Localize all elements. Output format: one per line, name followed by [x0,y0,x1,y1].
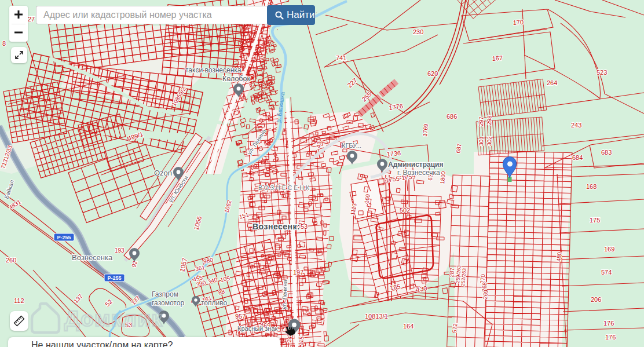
svg-text:683: 683 [601,149,612,156]
svg-text:684: 684 [572,154,583,161]
svg-text:Р-255: Р-255 [107,275,121,281]
svg-text:1769: 1769 [422,123,429,137]
svg-text:Домклик: Домклик [64,307,163,331]
svg-text:620: 620 [427,70,438,77]
svg-text:193: 193 [115,247,125,254]
svg-text:Администрация: Администрация [388,160,443,169]
svg-text:топливо: топливо [201,299,227,307]
svg-text:Р-255: Р-255 [57,235,71,240]
svg-text:Колобок: Колобок [222,75,250,83]
svg-text:ул. Ленина: ул. Ленина [281,280,288,309]
svg-text:такси вознесенка: такси вознесенка [185,66,241,74]
svg-text:176: 176 [605,334,616,341]
svg-text:287: 287 [448,267,455,277]
svg-text:Ozon: Ozon [154,169,172,177]
svg-text:Вознесенк:: Вознесенк: [253,222,300,231]
svg-text:Вознесенка: Вознесенка [72,253,113,262]
svg-text:1800: 1800 [439,171,447,185]
svg-text:572: 572 [451,323,458,333]
svg-text:197: 197 [293,269,303,276]
svg-text:502: 502 [400,207,410,214]
svg-text:1736: 1736 [386,149,401,158]
svg-text:301: 301 [478,136,485,146]
svg-text:газомотор: газомотор [152,299,184,307]
svg-text:269: 269 [482,289,489,299]
svg-text:Красный знак: Красный знак [237,325,278,332]
svg-text:574: 574 [601,269,612,276]
svg-text:523: 523 [597,69,607,76]
svg-text:Газпром: Газпром [152,290,178,298]
svg-text:297: 297 [478,116,485,126]
svg-text:957: 957 [235,313,246,320]
svg-text:206: 206 [591,296,601,303]
svg-text:г. Вознесечка: г. Вознесечка [397,169,440,177]
svg-text:ВОЗНЕСЕНК: ВОЗНЕСЕНК [258,184,311,191]
svg-text:264: 264 [547,79,557,86]
svg-text:169: 169 [604,246,614,253]
svg-text:167: 167 [492,54,503,62]
svg-text:741: 741 [336,54,346,61]
svg-text:10813/1: 10813/1 [365,313,388,320]
svg-text:168: 168 [586,183,597,190]
svg-text:164: 164 [403,323,414,330]
svg-text:170: 170 [513,19,524,26]
svg-text:230: 230 [413,28,423,35]
svg-text:302: 302 [486,136,493,146]
svg-text:8: 8 [2,40,6,47]
svg-text:КГБУ...: КГБУ... [342,142,361,149]
svg-text:260: 260 [6,257,16,264]
svg-text:112: 112 [14,297,24,304]
svg-text:480: 480 [555,251,562,262]
svg-text:27: 27 [28,16,35,23]
svg-text:243: 243 [571,122,581,129]
svg-text:176: 176 [603,320,614,327]
svg-text:298: 298 [486,115,493,125]
svg-text:686: 686 [447,113,457,120]
svg-text:53: 53 [301,223,308,230]
svg-text:175: 175 [590,217,600,224]
